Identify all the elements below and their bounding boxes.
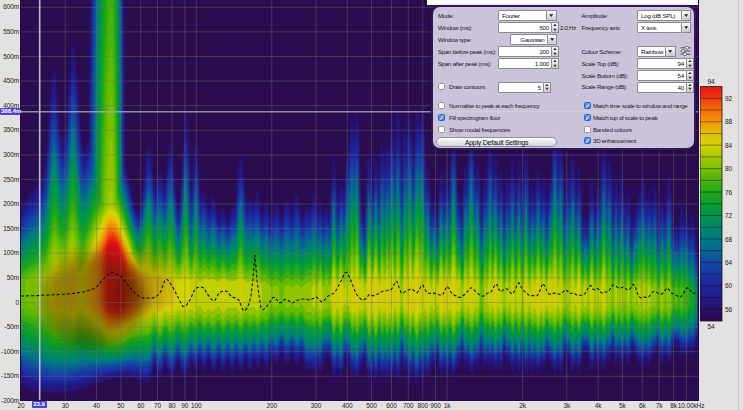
svg-text:84: 84 [725,142,733,149]
svg-text:68: 68 [725,236,733,243]
svg-text:88: 88 [725,118,733,125]
svg-text:92: 92 [725,95,733,102]
svg-text:56: 56 [725,306,733,313]
svg-text:76: 76 [725,189,733,196]
svg-text:80: 80 [725,165,733,172]
svg-text:54: 54 [707,323,715,330]
svg-text:60: 60 [725,282,733,289]
svg-text:94: 94 [707,78,715,85]
svg-text:64: 64 [725,259,733,266]
svg-text:72: 72 [725,212,733,219]
